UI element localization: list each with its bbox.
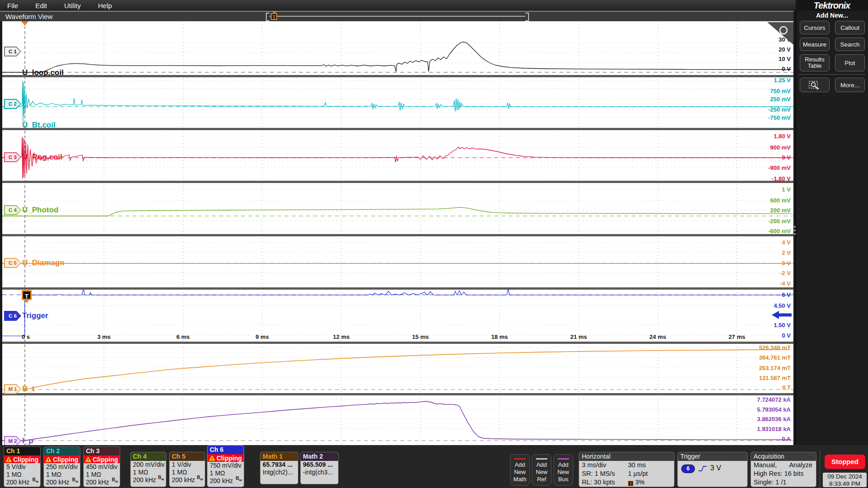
- scale-label: 0 V: [782, 260, 791, 267]
- overview-trigger-icon[interactable]: T: [271, 13, 277, 20]
- scale-label: 526.348 mT: [759, 344, 791, 352]
- results-table-button[interactable]: Results Table: [800, 54, 830, 71]
- horizontal-sample-rate: SR: 1 MS/s: [582, 470, 615, 477]
- ch3-badge[interactable]: Ch 3 !Clipping 450 mV/div 1 MΩ 200 kHzBw: [83, 446, 120, 487]
- trigger-panel[interactable]: Trigger 6 3 V: [677, 452, 748, 487]
- scale-label: 6 V: [782, 291, 791, 299]
- math1-badge[interactable]: Math 1 65.7934 ... Intg(ch2)...: [260, 452, 298, 484]
- menu-utility[interactable]: Utility: [64, 2, 81, 9]
- scale-label: -1.80 V: [772, 175, 791, 183]
- ch2-header: Ch 2: [44, 447, 80, 455]
- datetime-display: 09 Dec 2024 8:33:49 PM: [823, 473, 867, 487]
- horizontal-resolution: 1 µs/pt: [628, 469, 648, 478]
- acquisition-analyze: Analyze: [789, 461, 812, 469]
- ch1-bandwidth: 200 kHzBw: [4, 479, 40, 486]
- scale-label: 600 mV: [770, 197, 791, 204]
- zoom-select-icon: [808, 80, 821, 90]
- menu-file[interactable]: File: [7, 2, 18, 9]
- scale-label: -600 mV: [768, 228, 791, 235]
- ch6-clipping-warning: !Clipping: [208, 454, 244, 462]
- scale-label: 394.761 mT: [759, 354, 791, 361]
- menu-help[interactable]: Help: [98, 2, 112, 9]
- run-stop-status-button[interactable]: Stopped: [825, 455, 865, 469]
- scale-label: 0 T: [782, 384, 791, 391]
- ch6-badge[interactable]: Ch 6 !Clipping 750 mV/div 1 MΩ 200 kHzBw: [207, 445, 244, 487]
- ch3-clipping-warning: !Clipping: [84, 455, 120, 463]
- zoom-select-button[interactable]: [800, 78, 830, 92]
- menu-edit[interactable]: Edit: [35, 2, 47, 9]
- ch5-header: Ch 5: [170, 452, 205, 461]
- scale-label: 5.793054 kA: [757, 406, 791, 413]
- math1-header: Math 1: [260, 452, 298, 461]
- acquisition-panel-title: Acquisition: [751, 452, 816, 461]
- acquisition-single: Single: 1 /1: [751, 478, 816, 487]
- date-text: 09 Dec 2024: [823, 473, 867, 480]
- acquisition-overview-bar[interactable]: T: [266, 13, 529, 20]
- math2-badge[interactable]: Math 2 965.509 ... -intg(ch3...: [300, 452, 339, 484]
- add-new-bus-button[interactable]: Add New Bus: [553, 454, 573, 486]
- ch5-vdiv: 1 V/div: [170, 461, 205, 469]
- scale-label: -750 mV: [768, 114, 791, 122]
- trigger-position-marker-icon[interactable]: [21, 21, 28, 26]
- search-button[interactable]: Search: [835, 38, 865, 51]
- bw-limit-icon: Bw: [112, 476, 118, 485]
- channel-label-m1: B_t: [22, 384, 34, 394]
- trigger-level-arrow-icon[interactable]: [772, 311, 792, 319]
- scale-label: 900 mV: [770, 144, 791, 151]
- warning-icon: !: [209, 455, 215, 461]
- acquisition-panel[interactable]: Acquisition Manual,Analyze High Res: 16 …: [750, 452, 816, 487]
- ch5-badge[interactable]: Ch 5 1 V/div 1 MΩ 200 kHzBw: [169, 452, 205, 487]
- horizontal-record-length: RL: 30 kpts: [582, 479, 615, 486]
- overview-line: [269, 16, 525, 17]
- ch2-badge[interactable]: Ch 2 !Clipping 250 mV/div 1 MΩ 200 kHzBw: [43, 446, 80, 487]
- scale-label: 263.174 mT: [759, 365, 791, 372]
- math1-expression: Intg(ch2)...: [260, 469, 298, 476]
- trigger-panel-title: Trigger: [678, 452, 747, 461]
- horizontal-panel[interactable]: Horizontal 3 ms/div30 ms SR: 1 MS/s1 µs/…: [579, 452, 675, 487]
- horizontal-trigger-position: T 3%: [628, 478, 645, 487]
- time-tick-label: 27 ms: [729, 333, 745, 340]
- trigger-level-value: 3 V: [710, 464, 721, 472]
- measure-button[interactable]: Measure: [800, 38, 830, 51]
- trace-ch1: [2, 42, 791, 72]
- scale-label: 1.25 V: [774, 77, 791, 84]
- waveform-canvas: [2, 21, 793, 445]
- add-new-header: Add New...: [796, 12, 868, 19]
- channel-label-c3: U_Rog,coil: [22, 152, 62, 162]
- tektronix-logo: Tektronix: [796, 0, 868, 11]
- sidebar-divider: [799, 74, 865, 75]
- trigger-t-badge[interactable]: T: [22, 290, 32, 300]
- warning-icon: !: [45, 457, 52, 462]
- time-tick-label: 18 ms: [491, 333, 508, 340]
- plot-button[interactable]: Plot: [835, 54, 865, 71]
- trace-ch6: [2, 289, 791, 336]
- channel-label-c5: U_Diamagn: [22, 258, 65, 268]
- cursors-button[interactable]: Cursors: [800, 21, 830, 34]
- menu-bar: File Edit Utility Help: [0, 0, 796, 11]
- scale-label: 7.724072 kA: [757, 396, 791, 404]
- acquisition-mode: Manual,: [754, 461, 777, 469]
- scale-label: -250 mV: [768, 106, 791, 113]
- horizontal-window: 30 ms: [628, 461, 646, 469]
- more-button[interactable]: More...: [835, 78, 865, 92]
- scale-label: -200 mV: [768, 218, 791, 225]
- ch3-header: Ch 3: [84, 447, 120, 455]
- ch1-clipping-warning: !Clipping: [4, 455, 40, 463]
- add-new-ref-button[interactable]: Add New Ref: [532, 454, 552, 486]
- ch1-header: Ch 1: [4, 447, 40, 455]
- time-tick-label: 15 ms: [412, 333, 429, 340]
- time-tick-label: 3 ms: [97, 333, 111, 340]
- bottom-divider: [820, 450, 820, 488]
- waveform-plot[interactable]: C 1 U_loop,coil C 2 U_Bt,coil C 3 U_Rog,…: [2, 21, 793, 445]
- math2-header: Math 2: [301, 452, 338, 461]
- scale-label: 250 mV: [770, 96, 791, 103]
- scale-label: 3.862036 kA: [757, 416, 791, 423]
- ch4-badge[interactable]: Ch 4 200 mV/div 1 MΩ 200 kHzBw: [130, 452, 166, 487]
- ch1-badge[interactable]: Ch 1 !Clipping 5 V/div 1 MΩ 200 kHzBw: [4, 446, 41, 487]
- channel-label-c2: U_Bt,coil: [22, 120, 56, 130]
- scale-label: -900 mV: [768, 164, 791, 172]
- callout-button[interactable]: Callout: [835, 21, 865, 34]
- add-new-math-button[interactable]: Add New Math: [510, 454, 530, 486]
- ch3-bandwidth: 200 kHzBw: [84, 479, 120, 486]
- time-tick-label: 9 ms: [255, 333, 269, 340]
